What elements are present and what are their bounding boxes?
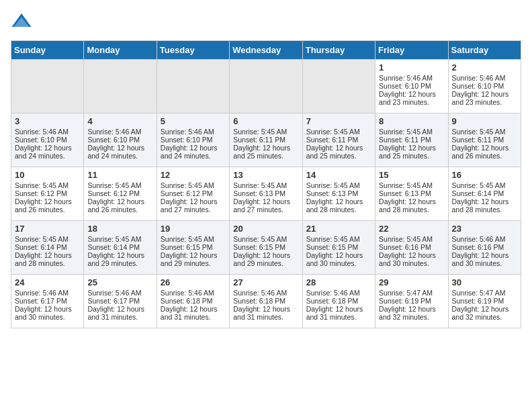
calendar-cell: 25Sunrise: 5:46 AMSunset: 6:17 PMDayligh… (84, 275, 157, 328)
day-number: 10 (15, 170, 80, 180)
day-info-line: Daylight: 12 hours and 32 minutes. (452, 305, 517, 321)
day-info-line: Sunrise: 5:45 AM (161, 235, 226, 243)
day-number: 19 (161, 224, 226, 234)
day-info-line: Daylight: 12 hours and 26 minutes. (87, 197, 152, 214)
day-info-line: Daylight: 12 hours and 30 minutes. (379, 251, 444, 267)
day-info-line: Sunrise: 5:45 AM (452, 181, 517, 189)
day-info-line: Sunset: 6:15 PM (306, 243, 371, 251)
calendar-week-row: 3Sunrise: 5:46 AMSunset: 6:10 PMDaylight… (11, 113, 521, 167)
calendar-cell: 2Sunrise: 5:46 AMSunset: 6:10 PMDaylight… (448, 60, 521, 113)
calendar-cell: 27Sunrise: 5:46 AMSunset: 6:18 PMDayligh… (230, 275, 302, 328)
weekday-header: Monday (84, 41, 157, 60)
day-info-line: Sunset: 6:11 PM (379, 136, 444, 144)
day-info-line: Sunset: 6:13 PM (306, 189, 371, 197)
calendar-cell: 23Sunrise: 5:46 AMSunset: 6:16 PMDayligh… (448, 221, 521, 275)
day-number: 25 (87, 277, 152, 287)
day-number: 20 (233, 224, 298, 234)
day-info-line: Sunrise: 5:45 AM (161, 181, 226, 189)
day-info-line: Sunrise: 5:46 AM (233, 289, 298, 297)
day-info-line: Daylight: 12 hours and 25 minutes. (233, 144, 298, 160)
day-info-line: Daylight: 12 hours and 25 minutes. (379, 144, 444, 160)
day-info-line: Sunrise: 5:45 AM (306, 181, 371, 189)
calendar-cell: 20Sunrise: 5:45 AMSunset: 6:15 PMDayligh… (230, 221, 302, 275)
calendar-cell: 17Sunrise: 5:45 AMSunset: 6:14 PMDayligh… (11, 221, 84, 275)
day-info-line: Sunset: 6:14 PM (15, 243, 80, 251)
day-number: 24 (15, 277, 80, 287)
day-info-line: Sunrise: 5:45 AM (15, 235, 80, 243)
day-info-line: Sunrise: 5:46 AM (161, 289, 226, 297)
day-number: 9 (452, 116, 517, 126)
calendar-cell (11, 60, 84, 113)
calendar-week-row: 17Sunrise: 5:45 AMSunset: 6:14 PMDayligh… (11, 221, 521, 275)
day-info-line: Daylight: 12 hours and 31 minutes. (161, 305, 226, 321)
day-info-line: Daylight: 12 hours and 26 minutes. (452, 144, 517, 160)
calendar-cell: 12Sunrise: 5:45 AMSunset: 6:12 PMDayligh… (157, 167, 229, 221)
day-info-line: Sunset: 6:10 PM (161, 136, 226, 144)
day-number: 15 (379, 170, 444, 180)
day-info-line: Sunrise: 5:45 AM (379, 181, 444, 189)
day-info-line: Sunrise: 5:45 AM (452, 128, 517, 136)
calendar-cell: 21Sunrise: 5:45 AMSunset: 6:15 PMDayligh… (302, 221, 375, 275)
day-info-line: Sunset: 6:14 PM (452, 189, 517, 197)
day-info-line: Daylight: 12 hours and 28 minutes. (379, 197, 444, 214)
day-info-line: Sunrise: 5:46 AM (452, 74, 517, 82)
calendar-cell: 5Sunrise: 5:46 AMSunset: 6:10 PMDaylight… (157, 113, 229, 167)
day-info-line: Sunrise: 5:45 AM (379, 235, 444, 243)
day-info-line: Sunset: 6:10 PM (452, 82, 517, 90)
day-info-line: Daylight: 12 hours and 24 minutes. (87, 144, 152, 160)
day-info-line: Sunrise: 5:46 AM (379, 74, 444, 82)
day-info-line: Daylight: 12 hours and 32 minutes. (379, 305, 444, 321)
day-number: 5 (161, 116, 226, 126)
day-info-line: Daylight: 12 hours and 23 minutes. (452, 90, 517, 106)
weekday-header: Tuesday (157, 41, 229, 60)
day-info-line: Sunset: 6:11 PM (452, 136, 517, 144)
calendar-cell: 30Sunrise: 5:47 AMSunset: 6:19 PMDayligh… (448, 275, 521, 328)
day-number: 13 (233, 170, 298, 180)
day-info-line: Sunset: 6:10 PM (15, 136, 80, 144)
calendar-cell (84, 60, 157, 113)
calendar-cell (230, 60, 302, 113)
weekday-header: Thursday (302, 41, 375, 60)
calendar-cell: 11Sunrise: 5:45 AMSunset: 6:12 PMDayligh… (84, 167, 157, 221)
day-info-line: Sunrise: 5:46 AM (87, 128, 152, 136)
day-info-line: Daylight: 12 hours and 28 minutes. (306, 197, 371, 214)
day-info-line: Sunset: 6:13 PM (379, 189, 444, 197)
calendar-cell: 4Sunrise: 5:46 AMSunset: 6:10 PMDaylight… (84, 113, 157, 167)
day-info-line: Sunset: 6:10 PM (87, 136, 152, 144)
day-info-line: Daylight: 12 hours and 30 minutes. (452, 251, 517, 267)
day-info-line: Sunrise: 5:45 AM (379, 128, 444, 136)
day-number: 6 (233, 116, 298, 126)
day-info-line: Sunrise: 5:45 AM (306, 128, 371, 136)
calendar-week-row: 1Sunrise: 5:46 AMSunset: 6:10 PMDaylight… (11, 60, 521, 113)
day-number: 3 (15, 116, 80, 126)
calendar-cell: 18Sunrise: 5:45 AMSunset: 6:14 PMDayligh… (84, 221, 157, 275)
calendar-cell: 22Sunrise: 5:45 AMSunset: 6:16 PMDayligh… (375, 221, 448, 275)
day-info-line: Sunset: 6:19 PM (452, 297, 517, 305)
day-number: 2 (452, 62, 517, 73)
logo-icon (11, 11, 32, 32)
day-info-line: Daylight: 12 hours and 29 minutes. (161, 251, 226, 267)
day-number: 18 (87, 224, 152, 234)
day-info-line: Sunrise: 5:45 AM (87, 181, 152, 189)
day-info-line: Daylight: 12 hours and 27 minutes. (233, 197, 298, 214)
calendar-cell: 1Sunrise: 5:46 AMSunset: 6:10 PMDaylight… (375, 60, 448, 113)
day-info-line: Daylight: 12 hours and 29 minutes. (233, 251, 298, 267)
day-number: 27 (233, 277, 298, 287)
calendar-cell: 10Sunrise: 5:45 AMSunset: 6:12 PMDayligh… (11, 167, 84, 221)
day-info-line: Daylight: 12 hours and 31 minutes. (233, 305, 298, 321)
day-info-line: Sunrise: 5:46 AM (15, 289, 80, 297)
day-number: 22 (379, 224, 444, 234)
day-info-line: Sunset: 6:17 PM (15, 297, 80, 305)
day-number: 16 (452, 170, 517, 180)
day-info-line: Daylight: 12 hours and 29 minutes. (87, 251, 152, 267)
day-info-line: Sunset: 6:12 PM (15, 189, 80, 197)
page-header (11, 11, 521, 32)
day-info-line: Sunset: 6:16 PM (452, 243, 517, 251)
calendar-cell: 15Sunrise: 5:45 AMSunset: 6:13 PMDayligh… (375, 167, 448, 221)
day-info-line: Daylight: 12 hours and 31 minutes. (306, 305, 371, 321)
day-number: 21 (306, 224, 371, 234)
day-number: 26 (161, 277, 226, 287)
calendar-table: SundayMondayTuesdayWednesdayThursdayFrid… (11, 40, 521, 328)
calendar-cell: 19Sunrise: 5:45 AMSunset: 6:15 PMDayligh… (157, 221, 229, 275)
day-number: 30 (452, 277, 517, 287)
